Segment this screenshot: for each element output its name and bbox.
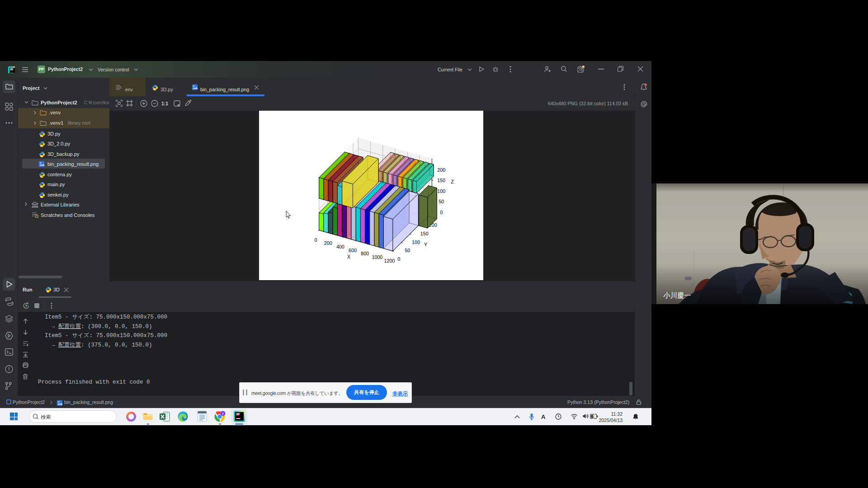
svg-text:0: 0: [397, 256, 400, 262]
svg-text:50: 50: [439, 199, 444, 204]
svg-text:600: 600: [349, 248, 357, 253]
svg-text:200: 200: [324, 240, 332, 246]
svg-text:1000: 1000: [372, 254, 382, 260]
svg-text:z: z: [637, 414, 638, 417]
svg-text:800: 800: [361, 251, 369, 256]
svg-text:Y: Y: [424, 242, 427, 247]
svg-text:0: 0: [315, 237, 317, 243]
svg-text:Z: Z: [451, 179, 454, 184]
svg-text:100: 100: [437, 188, 445, 194]
svg-text:X: X: [347, 254, 350, 259]
svg-text:y: y: [222, 412, 224, 415]
svg-text:100: 100: [412, 239, 420, 245]
svg-text:1200: 1200: [384, 258, 395, 263]
svg-text:50: 50: [405, 248, 410, 253]
svg-text:400: 400: [336, 244, 344, 249]
svg-text:200: 200: [437, 167, 445, 173]
svg-text:150: 150: [420, 231, 429, 236]
svg-text:0: 0: [440, 210, 443, 215]
svg-text:150: 150: [437, 178, 445, 183]
svg-text:小川慶一: 小川慶一: [663, 291, 691, 299]
